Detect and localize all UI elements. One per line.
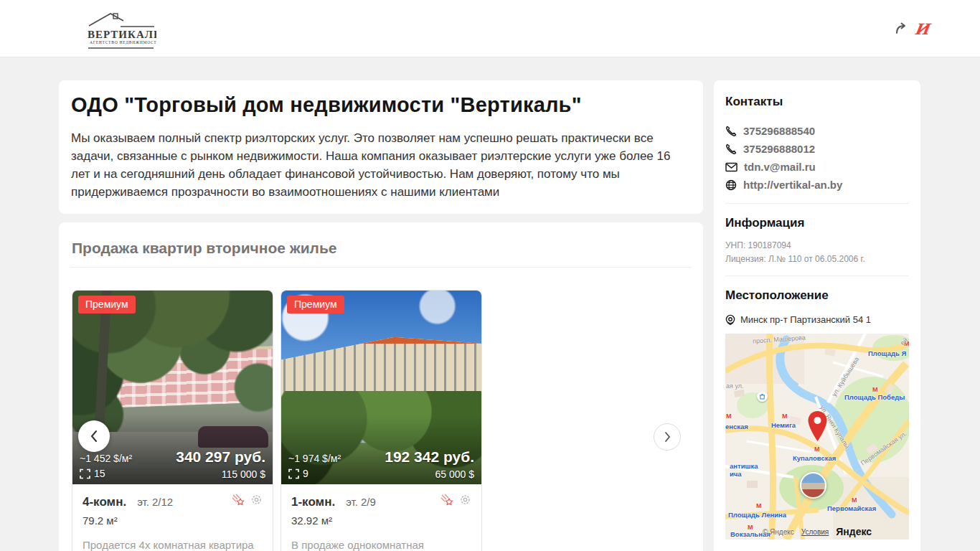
site-logo-icon[interactable]: И — [913, 20, 930, 38]
metro-icon: М — [782, 413, 788, 419]
phone-icon — [725, 143, 737, 155]
page-title: ОДО "Торговый дом недвижимости "Вертикал… — [71, 93, 691, 117]
map-label: ича — [730, 470, 742, 478]
carousel-prev-button[interactable] — [78, 420, 110, 452]
website-url: http://vertikal-an.by — [743, 179, 842, 191]
gear-icon[interactable] — [250, 494, 263, 506]
header: ВЕРТИКАЛЬ АГЕНТСТВО НЕДВИЖИМОСТИ И — [0, 0, 980, 57]
price-per-m2: ~1 974 $/м² — [288, 453, 341, 464]
price-byn: 192 342 руб. — [385, 448, 474, 466]
map-label: антишка — [730, 462, 758, 470]
map-label: Площадь Победы — [844, 393, 905, 401]
contact-list: 375296888540 375296888012 tdn.v@mail.ru — [725, 122, 909, 194]
sidebar: Контакты 375296888540 375296888012 tdn.v… — [714, 80, 920, 551]
area-label: 32.92 м² — [291, 514, 471, 527]
map-label: Немига — [771, 421, 796, 429]
premium-badge: Премиум — [287, 296, 344, 314]
photos-count: 15 — [94, 468, 105, 479]
agency-logo[interactable]: ВЕРТИКАЛЬ АГЕНТСТВО НЕДВИЖИМОСТИ — [85, 9, 156, 50]
copyright-text: © Яндекс — [763, 528, 794, 536]
listing-description: В продаже однокомнатная квартира по адре… — [291, 537, 471, 551]
svg-text:АГЕНТСТВО НЕДВИЖИМОСТИ: АГЕНТСТВО НЕДВИЖИМОСТИ — [90, 40, 156, 44]
featured-star-icon[interactable] — [440, 494, 454, 506]
photo-frame-icon — [80, 468, 90, 479]
divider — [70, 267, 692, 268]
info-title: Информация — [725, 216, 909, 230]
yandex-map[interactable]: М М М М М М М М Площадь Я Площадь Победы… — [725, 334, 909, 540]
listing-details: 1-комн. эт. 2/9 32.92 м² В прод — [281, 484, 481, 551]
premium-badge: Премиум — [78, 296, 136, 314]
price-usd: 115 000 $ — [222, 468, 265, 480]
email-icon — [725, 162, 738, 172]
price-usd: 65 000 $ — [435, 468, 475, 480]
map-label: Площадь Ленина — [728, 511, 786, 519]
phone-number: 375296888012 — [743, 143, 815, 155]
listing-photo[interactable]: Премиум ~1 974 $/м² 9 192 342 руб. 65 00… — [281, 291, 481, 484]
street-label: ая ул. — [726, 382, 743, 390]
share-icon[interactable] — [894, 22, 910, 37]
section-title: Продажа квартир вторичное жилье — [72, 240, 690, 257]
contacts-title: Контакты — [725, 95, 909, 109]
about-panel: ОДО "Торговый дом недвижимости "Вертикал… — [59, 80, 703, 214]
map-photo-thumb[interactable] — [800, 472, 826, 499]
yandex-logo[interactable]: Яндекс — [836, 526, 872, 537]
map-label: Площадь Я — [868, 349, 906, 357]
shop-poi-icon — [757, 391, 768, 402]
map-label: Первомайская — [827, 504, 876, 512]
listing-description: Продается 4х комнатная квартира по улице… — [83, 537, 263, 551]
location-title: Местоположение — [725, 288, 909, 303]
metro-icon: М — [814, 446, 820, 452]
carousel-next-button[interactable] — [654, 423, 681, 451]
photos-counter: 9 — [288, 468, 308, 479]
map-attribution: © Яндекс Условия Яндекс — [725, 526, 909, 537]
svg-text:ВЕРТИКАЛЬ: ВЕРТИКАЛЬ — [88, 29, 156, 40]
globe-icon — [725, 179, 737, 191]
metro-icon: М — [872, 387, 878, 392]
license-line: Лицензия: Л.№ 110 от 06.05.2006 г. — [725, 253, 909, 266]
featured-star-icon[interactable] — [232, 494, 245, 506]
rooms-label: 1-комн. — [291, 495, 335, 509]
phone-number: 375296888540 — [743, 125, 815, 137]
rooms-label: 4-комн. — [83, 495, 126, 509]
price-per-m2: ~1 452 $/м² — [80, 453, 132, 464]
website-link[interactable]: http://vertikal-an.by — [725, 176, 909, 194]
phone-link[interactable]: 375296888012 — [725, 140, 909, 158]
floor-label: эт. 2/9 — [346, 496, 376, 508]
terms-link[interactable]: Условия — [801, 528, 829, 536]
metro-icon: М — [726, 413, 732, 419]
phone-icon — [725, 126, 737, 137]
metro-icon: М — [852, 497, 857, 503]
info-block: УНП: 190187094 Лицензия: Л.№ 110 от 06.0… — [725, 239, 909, 266]
location-pin-icon — [725, 314, 735, 325]
unp-line: УНП: 190187094 — [725, 239, 909, 253]
photos-counter: 15 — [80, 468, 105, 479]
email-link[interactable]: tdn.v@mail.ru — [725, 158, 909, 176]
listings-panel: Продажа квартир вторичное жилье Премиум … — [59, 222, 703, 551]
map-label: енская — [725, 423, 748, 430]
floor-label: эт. 2/12 — [137, 496, 173, 508]
logo-roof-icon: ВЕРТИКАЛЬ АГЕНТСТВО НЕДВИЖИМОСТИ — [85, 9, 156, 50]
office-pin-icon[interactable] — [808, 411, 827, 441]
listing-photo[interactable]: Премиум ~1 452 $/м² 15 340 297 руб. 115 … — [72, 291, 273, 484]
gear-icon[interactable] — [459, 494, 471, 506]
price-byn: 340 297 руб. — [176, 448, 265, 466]
photo-frame-icon — [288, 468, 299, 479]
address-text: Минск пр-т Партизанский 54 1 — [740, 314, 871, 325]
phone-link[interactable]: 375296888540 — [725, 122, 909, 140]
divider — [725, 203, 909, 204]
about-description: Мы оказываем полный спектр риэлторских у… — [71, 129, 674, 201]
listings-carousel: Премиум ~1 452 $/м² 15 340 297 руб. 115 … — [72, 290, 690, 551]
listing-details: 4-комн. эт. 2/12 79.2 м² Продае — [72, 484, 273, 551]
divider — [725, 276, 909, 276]
map-label: Купаловская — [793, 454, 836, 462]
area-label: 79.2 м² — [83, 514, 263, 527]
chevron-left-icon — [90, 430, 98, 443]
email-address: tdn.v@mail.ru — [744, 161, 816, 173]
address-row: Минск пр-т Партизанский 54 1 — [725, 314, 909, 325]
header-actions: И — [894, 20, 929, 38]
chevron-right-icon — [664, 431, 672, 443]
listing-card[interactable]: Премиум ~1 452 $/м² 15 340 297 руб. 115 … — [72, 290, 273, 551]
photos-count: 9 — [303, 468, 308, 479]
metro-icon: М — [756, 503, 762, 509]
listing-card[interactable]: Премиум ~1 974 $/м² 9 192 342 руб. 65 00… — [281, 290, 482, 551]
